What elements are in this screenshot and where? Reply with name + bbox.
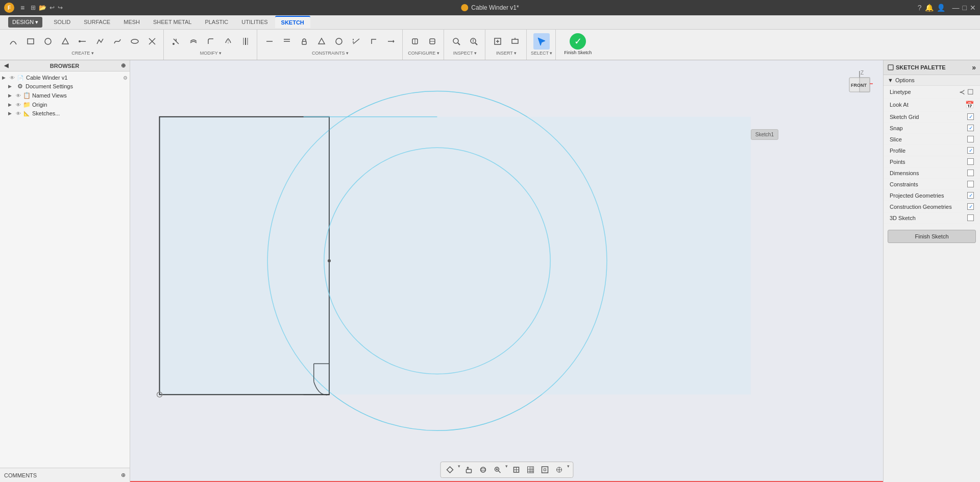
palette-collapse[interactable]: » — [972, 63, 976, 71]
look-at-btn[interactable]: 📅 — [965, 101, 974, 109]
linetype-btn2[interactable]: ☐ — [967, 88, 974, 96]
browser-expand-icon[interactable]: ⊕ — [121, 62, 126, 69]
tab-plastic[interactable]: PLASTIC — [199, 16, 234, 28]
inspect-label[interactable]: INSPECT ▾ — [453, 51, 477, 56]
tab-utilities[interactable]: UTILITIES — [235, 16, 274, 28]
grid3-tool[interactable] — [553, 464, 565, 476]
insert1-tool[interactable] — [489, 33, 506, 50]
canvas-area[interactable]: ▾ ▾ ▾ — [130, 60, 883, 482]
linetype-btn1[interactable]: ≺ — [959, 88, 965, 96]
parallel-tool[interactable] — [348, 33, 364, 50]
perpendicular-tool[interactable] — [365, 33, 382, 50]
snap-checkbox[interactable] — [967, 125, 974, 131]
point-tool[interactable] — [144, 33, 160, 50]
dimensions-checkbox[interactable] — [967, 170, 974, 176]
root-settings-icon[interactable]: ⚙ — [123, 75, 128, 81]
rectangle-tool[interactable] — [22, 33, 39, 50]
modify-label[interactable]: MODIFY ▾ — [200, 51, 222, 56]
user-icon[interactable]: 👤 — [937, 4, 945, 12]
open-btn[interactable]: 📂 — [39, 4, 46, 11]
doc-settings-arrow[interactable]: ▶ — [8, 84, 14, 89]
spline-tool[interactable] — [109, 33, 126, 50]
polyline-tool[interactable] — [92, 33, 108, 50]
inspect2-tool[interactable] — [465, 33, 482, 50]
points-checkbox[interactable] — [967, 158, 974, 165]
trim-tool[interactable] — [168, 33, 184, 50]
sketches-arrow[interactable]: ▶ — [8, 111, 14, 116]
notifications-icon[interactable]: 🔔 — [925, 4, 934, 12]
orbit-tool[interactable] — [477, 464, 489, 476]
close-btn[interactable]: ✕ — [970, 4, 976, 12]
line-tool[interactable] — [75, 33, 91, 50]
redo-btn[interactable]: ↪ — [58, 4, 63, 11]
grid1-tool[interactable] — [524, 464, 536, 476]
insert2-tool[interactable] — [507, 33, 523, 50]
tree-origin[interactable]: ▶ 👁 📁 Origin — [0, 100, 130, 109]
constraints-checkbox[interactable] — [967, 181, 974, 187]
tree-doc-settings[interactable]: ▶ ⚙ Document Settings — [0, 82, 130, 91]
grid2-tool[interactable] — [538, 464, 551, 476]
design-button[interactable]: DESIGN ▾ — [8, 17, 42, 28]
offset-tool[interactable] — [185, 33, 202, 50]
finish-sketch-button[interactable]: ✓ Finish Sketch — [560, 30, 596, 59]
nav-tool[interactable] — [444, 464, 456, 476]
arc-tool[interactable] — [5, 33, 21, 50]
origin-arrow[interactable]: ▶ — [8, 102, 14, 107]
sketches-eye[interactable]: 👁 — [16, 111, 21, 116]
triangle-tool[interactable] — [57, 33, 74, 50]
configure-label[interactable]: CONFIGURE ▾ — [408, 51, 439, 56]
coincident-tool[interactable] — [261, 33, 278, 50]
tab-mesh[interactable]: MESH — [117, 16, 146, 28]
nav-dropdown[interactable]: ▾ — [458, 464, 460, 476]
minimize-btn[interactable]: — — [952, 4, 960, 12]
circle-tool[interactable] — [40, 33, 56, 50]
horizontal-tool[interactable] — [383, 33, 399, 50]
tree-root[interactable]: ▶ 👁 📄 Cable Winder v1 ⚙ — [0, 74, 130, 82]
collinear-tool[interactable] — [279, 33, 295, 50]
menu-icon[interactable]: ≡ — [20, 4, 24, 12]
named-views-eye[interactable]: 👁 — [16, 93, 21, 99]
equal-tool[interactable] — [331, 33, 347, 50]
browser-collapse-icon[interactable]: ◀ — [4, 62, 8, 69]
view-cube[interactable]: Z FRONT — [844, 68, 875, 99]
mirror-tool[interactable] — [220, 33, 236, 50]
tree-named-views[interactable]: ▶ 👁 📋 Named Views — [0, 91, 130, 100]
lock-tool[interactable] — [296, 33, 312, 50]
projected-geo-checkbox[interactable] — [967, 192, 974, 199]
grid3-dropdown[interactable]: ▾ — [567, 464, 570, 476]
insert-label[interactable]: INSERT ▾ — [496, 51, 517, 56]
inspect1-tool[interactable] — [448, 33, 464, 50]
pattern-tool[interactable] — [237, 33, 254, 50]
maximize-btn[interactable]: □ — [963, 4, 967, 12]
tangent-tool[interactable] — [313, 33, 330, 50]
select-tool[interactable] — [533, 33, 550, 50]
new-btn[interactable]: ⊞ — [31, 4, 36, 11]
origin-eye[interactable]: 👁 — [16, 102, 21, 108]
zoom-tool[interactable] — [491, 464, 503, 476]
zoom-dropdown[interactable]: ▾ — [505, 464, 508, 476]
undo-btn[interactable]: ↩ — [50, 4, 55, 11]
tab-sheet-metal[interactable]: SHEET METAL — [147, 16, 198, 28]
construction-geo-checkbox[interactable] — [967, 203, 974, 210]
root-arrow[interactable]: ▶ — [2, 75, 8, 80]
help-icon[interactable]: ? — [918, 4, 922, 12]
slice-checkbox[interactable] — [967, 136, 974, 142]
options-section[interactable]: ▼ Options — [884, 75, 980, 86]
finish-sketch-panel-button[interactable]: Finish Sketch — [888, 230, 976, 243]
pan-tool[interactable] — [462, 464, 475, 476]
named-views-arrow[interactable]: ▶ — [8, 93, 14, 98]
select-label[interactable]: SELECT ▾ — [531, 51, 552, 56]
3d-sketch-checkbox[interactable] — [967, 214, 974, 221]
fillet-tool[interactable] — [203, 33, 219, 50]
tab-solid[interactable]: SOLID — [47, 16, 77, 28]
config2-tool[interactable] — [424, 33, 440, 50]
fit-tool[interactable] — [510, 464, 522, 476]
sketch-grid-checkbox[interactable] — [967, 113, 974, 120]
comments-expand[interactable]: ⊕ — [121, 472, 126, 478]
tab-surface[interactable]: SURFACE — [78, 16, 116, 28]
root-eye[interactable]: 👁 — [10, 75, 15, 81]
create-label[interactable]: CREATE ▾ — [71, 51, 93, 56]
canvas-svg[interactable] — [130, 60, 883, 482]
config1-tool[interactable] — [407, 33, 423, 50]
constraints-label[interactable]: CONSTRAINTS ▾ — [312, 51, 349, 56]
